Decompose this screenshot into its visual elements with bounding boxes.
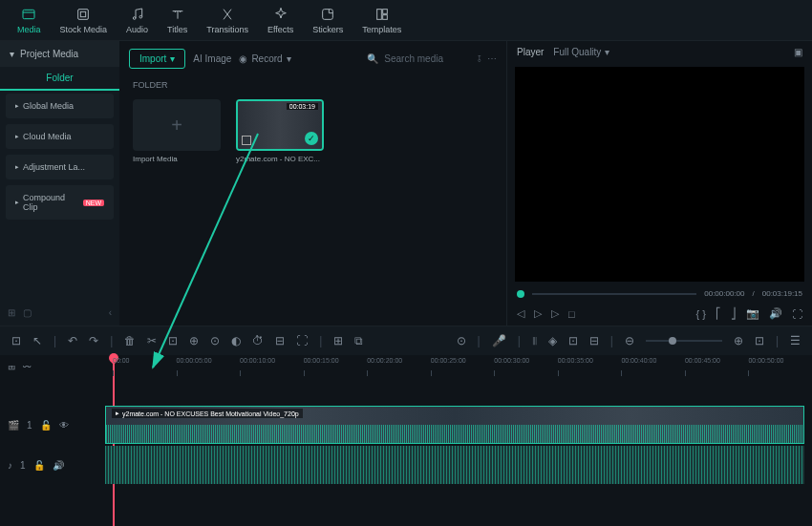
fullscreen-icon[interactable]: ⛶ (792, 308, 802, 320)
media-clip-tile[interactable]: 00:03:19 ✓ y2mate.com - NO EXC... (236, 99, 324, 163)
titles-icon (169, 6, 186, 23)
prev-frame-icon[interactable]: ◁ (517, 307, 524, 320)
ruler-tick: 00:00:15:00 (304, 357, 368, 364)
mute-icon[interactable]: 🔊 (53, 460, 64, 471)
snapshot-icon[interactable]: ▣ (794, 47, 802, 57)
select-icon[interactable]: ⊡ (11, 334, 21, 347)
volume-icon[interactable]: 🔊 (769, 307, 782, 320)
ruler-tick: 00:00:30:00 (494, 357, 558, 364)
zoom-in-icon[interactable]: ⊕ (734, 334, 743, 347)
search-icon: 🔍 (367, 53, 378, 64)
lock-icon[interactable]: 🔓 (40, 420, 52, 431)
ruler-tick: 00:00:10:00 (240, 357, 304, 364)
preview-viewport[interactable] (515, 67, 804, 282)
import-media-tile[interactable]: + Import Media (133, 99, 221, 163)
fit-icon[interactable]: ⛶ (296, 334, 308, 347)
tab-label: Audio (126, 25, 148, 34)
lock-icon[interactable]: 🔓 (33, 460, 45, 471)
speed-icon[interactable]: ⊙ (210, 334, 220, 347)
timer-icon[interactable]: ⏱ (252, 334, 264, 347)
new-badge: NEW (83, 200, 104, 206)
chevron-right-icon: ▸ (15, 133, 19, 140)
redo-icon[interactable]: ↷ (89, 334, 98, 347)
sidebar-item-cloud-media[interactable]: ▸Cloud Media (6, 124, 114, 149)
zoom-out-icon[interactable]: ⊖ (625, 334, 634, 347)
import-button[interactable]: Import▾ (129, 49, 185, 69)
next-frame-icon[interactable]: ▷ (551, 307, 559, 320)
scrub-track[interactable] (532, 293, 696, 295)
menu-icon[interactable]: ☰ (790, 334, 801, 347)
tab-media[interactable]: Media (8, 2, 51, 38)
check-icon: ✓ (305, 132, 318, 145)
mark-in-icon[interactable]: ⎡ (716, 307, 721, 320)
templates-icon (374, 6, 391, 23)
zoom-slider[interactable] (646, 340, 722, 342)
clip-duration: 00:03:19 (287, 103, 318, 110)
ruler-tick: 00:00 (113, 357, 177, 364)
zoom-fit-icon[interactable]: ⊡ (755, 334, 764, 347)
tab-stickers[interactable]: Stickers (303, 2, 353, 38)
undo-icon[interactable]: ↶ (68, 334, 77, 347)
total-time: 00:03:19:15 (762, 289, 802, 298)
color-icon[interactable]: ◐ (231, 334, 241, 347)
folder-section-label: FOLDER (119, 76, 506, 94)
tab-label: Templates (362, 25, 401, 34)
time-sep: / (753, 289, 755, 298)
marker-icon[interactable]: ◈ (548, 334, 557, 347)
tool-icon[interactable]: ⊡ (568, 334, 578, 347)
play-icon[interactable]: ▷ (534, 307, 542, 320)
cut-icon[interactable]: ✂ (147, 334, 157, 347)
sidebar-item-global-media[interactable]: ▸Global Media (6, 94, 114, 118)
time-ruler[interactable]: 00:00 00:00:05:00 00:00:10:00 00:00:15:0… (0, 355, 812, 366)
clip-name: y2mate.com - NO EXCUSES Best Motivationa… (122, 410, 299, 417)
eye-icon[interactable]: 👁 (59, 420, 69, 431)
tab-audio[interactable]: Audio (117, 2, 158, 38)
tab-templates[interactable]: Templates (353, 2, 411, 38)
audio-track-body[interactable] (105, 446, 804, 484)
tool2-icon[interactable]: ⊟ (589, 334, 599, 347)
brackets-icon[interactable]: { } (696, 308, 706, 320)
tab-effects[interactable]: Effects (258, 2, 303, 38)
ai-image-button[interactable]: AI Image (193, 53, 231, 64)
link-icon[interactable]: ⧉ (354, 334, 363, 347)
record-button[interactable]: ◉Record▾ (239, 53, 290, 64)
sidebar-item-compound-clip[interactable]: ▸Compound ClipNEW (6, 185, 114, 220)
mic-icon[interactable]: 🎤 (492, 334, 506, 347)
pointer-icon[interactable]: ↖ (32, 334, 42, 347)
mark-out-icon[interactable]: ⎦ (731, 307, 737, 320)
svg-rect-1 (78, 10, 89, 20)
sidebar-item-adjustment[interactable]: ▸Adjustment La... (6, 155, 114, 179)
search-input[interactable]: Search media (384, 53, 443, 64)
current-time: 00:00:00:00 (704, 289, 744, 298)
tab-stock-media[interactable]: Stock Media (51, 2, 118, 38)
quality-dropdown[interactable]: Full Quality▾ (553, 47, 609, 57)
folder-icon[interactable]: ▢ (23, 307, 32, 318)
stop-icon[interactable]: □ (568, 308, 575, 320)
ruler-tick: 00:00:05:00 (177, 357, 241, 364)
filter-icon[interactable]: ⫱ (478, 53, 481, 65)
crop-icon[interactable]: ⊡ (168, 334, 178, 347)
tab-titles[interactable]: Titles (158, 2, 197, 38)
tab-label: Titles (167, 25, 187, 34)
audio-track-icon[interactable]: ♪ (8, 460, 12, 471)
adjust-icon[interactable]: ⊟ (275, 334, 285, 347)
video-track-icon[interactable]: 🎬 (8, 420, 19, 431)
new-folder-icon[interactable]: ⊞ (8, 307, 15, 318)
scrub-handle[interactable] (517, 290, 524, 298)
collapse-icon[interactable]: ‹ (109, 307, 112, 318)
group-icon[interactable]: ⊞ (333, 334, 343, 347)
video-clip[interactable]: ▸y2mate.com - NO EXCUSES Best Motivation… (105, 406, 804, 444)
project-media-header[interactable]: ▾ Project Media (0, 41, 119, 67)
camera-icon[interactable]: 📷 (746, 307, 759, 320)
folder-tab[interactable]: Folder (0, 67, 119, 91)
tile-label: y2mate.com - NO EXC... (236, 155, 324, 163)
video-track-body[interactable]: ▸y2mate.com - NO EXCUSES Best Motivation… (105, 406, 804, 444)
scrubber[interactable]: 00:00:00:00 / 00:03:19:15 (507, 285, 812, 302)
more-icon[interactable]: ⋯ (487, 53, 497, 64)
preview-icon[interactable]: ⊙ (457, 334, 466, 347)
tab-label: Effects (267, 25, 293, 34)
text-icon[interactable]: ⊕ (189, 334, 199, 347)
delete-icon[interactable]: 🗑 (124, 334, 136, 347)
tab-transitions[interactable]: Transitions (197, 2, 258, 38)
mixer-icon[interactable]: ⫴ (532, 334, 537, 347)
